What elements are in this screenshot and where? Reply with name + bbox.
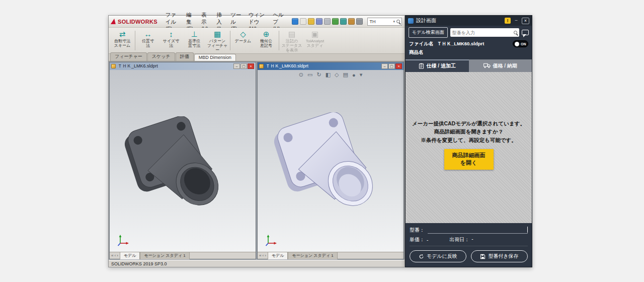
view-orientation-icon[interactable]: ◇ bbox=[335, 72, 339, 78]
product-name-row: 商品名 bbox=[406, 48, 532, 57]
datum-location-dimension-button[interactable]: ⊥ 基準位 置寸法 bbox=[183, 29, 206, 52]
panel-action-buttons: モデルに反映 型番付き保存 bbox=[410, 246, 528, 262]
file-enabled-toggle[interactable]: ON bbox=[513, 40, 528, 47]
appearance-icon[interactable]: ● bbox=[352, 72, 356, 78]
chat-comment-icon[interactable] bbox=[522, 30, 529, 35]
minimize-button[interactable]: – bbox=[381, 63, 388, 69]
solidworks-logo-icon bbox=[111, 19, 117, 24]
file-properties-icon[interactable] bbox=[348, 18, 355, 25]
cad-model-dark bbox=[124, 116, 232, 213]
document-titlebar[interactable]: ＴＨＫ_LMK60.sldprt – ▢ × bbox=[258, 62, 404, 70]
motion-study-tab[interactable]: モーション スタディ 1 bbox=[140, 252, 189, 259]
tab-features[interactable]: フィーチャー bbox=[110, 52, 147, 61]
tab-scroll-controls[interactable]: « ‹ › bbox=[110, 253, 120, 258]
ribbon-separator bbox=[279, 31, 279, 50]
geometric-tolerance-button[interactable]: ⊕ 幾何公 差記号 bbox=[255, 29, 278, 52]
geometric-tolerance-icon: ⊕ bbox=[263, 30, 270, 38]
input-caret bbox=[527, 227, 528, 233]
zoom-area-icon[interactable]: ▭ bbox=[307, 72, 312, 78]
undo-icon[interactable] bbox=[332, 18, 339, 25]
tab-scroll-prev-icon[interactable]: ‹ bbox=[262, 253, 264, 258]
model-search-screen-button[interactable]: モデル検索画面 bbox=[409, 27, 448, 38]
motion-study-tab[interactable]: モーション スタディ 1 bbox=[288, 252, 337, 259]
section-view-icon[interactable]: ◧ bbox=[326, 72, 331, 78]
model-number-row: 型番： bbox=[410, 227, 528, 234]
model-number-label: 型番： bbox=[410, 227, 425, 234]
display-style-icon[interactable]: ▤ bbox=[343, 72, 348, 78]
part-number-search-field[interactable] bbox=[450, 28, 519, 37]
model-number-input[interactable] bbox=[428, 227, 528, 234]
document-titlebar[interactable]: ＴＨＫ_LMK6.sldprt – ▢ × bbox=[110, 62, 256, 70]
tab-evaluate[interactable]: 評価 bbox=[176, 52, 194, 61]
tab-scroll-next-icon[interactable]: › bbox=[117, 253, 118, 258]
new-document-icon[interactable] bbox=[300, 18, 306, 25]
print-icon[interactable] bbox=[324, 18, 331, 25]
document-title: ＴＨＫ_LMK6.sldprt bbox=[118, 63, 158, 69]
part-number-search-input[interactable] bbox=[452, 30, 512, 35]
panel-minimize-button[interactable]: – bbox=[513, 18, 519, 24]
save-floppy-icon bbox=[480, 254, 486, 259]
command-manager-ribbon: ⇄ 自動寸法 スキーム ↔ 位置寸 法 ↕ サイズ寸 法 ⊥ 基準位 置寸法 ▦… bbox=[109, 28, 405, 54]
document-title: ＴＨＫ_LMK60.sldprt bbox=[266, 63, 308, 69]
location-dimension-button[interactable]: ↔ 位置寸 法 bbox=[136, 29, 159, 52]
paper-plane-icon[interactable] bbox=[292, 18, 298, 25]
tab-scroll-first-icon[interactable]: « bbox=[111, 253, 113, 258]
design-panel-window: 設計画面 ! – × モデル検索画面 ファイル名 ＴＨＫ_LMK60.sldpr… bbox=[405, 15, 532, 267]
model-tab[interactable]: モデル bbox=[268, 252, 288, 259]
tab-scroll-controls[interactable]: « ‹ › bbox=[258, 253, 268, 258]
ribbon-separator bbox=[230, 31, 230, 50]
minimize-button[interactable]: – bbox=[233, 63, 240, 69]
maximize-button[interactable]: ▢ bbox=[388, 63, 395, 69]
tab-price-delivery[interactable]: 価格 / 納期 bbox=[469, 59, 532, 72]
model-tab[interactable]: モデル bbox=[120, 252, 140, 259]
pattern-feature-button[interactable]: ▦ パターン フィーチャー bbox=[206, 29, 229, 52]
notification-bell-icon[interactable]: ! bbox=[505, 18, 511, 24]
panel-title: 設計画面 bbox=[416, 17, 436, 24]
tab-scroll-prev-icon[interactable]: ‹ bbox=[114, 253, 116, 258]
orientation-triad bbox=[117, 234, 130, 247]
tab-scroll-next-icon[interactable]: › bbox=[265, 253, 266, 258]
solidworks-titlebar: SOLIDWORKS ファイル(F) 編集(E) 表示(V) 挿入(I) ツール… bbox=[109, 16, 405, 28]
open-folder-icon[interactable] bbox=[308, 18, 314, 25]
panel-close-button[interactable]: × bbox=[522, 18, 529, 24]
open-product-detail-button[interactable]: 商品詳細画面 を開く bbox=[444, 149, 494, 170]
heads-up-view-toolbar: ⊙ ▭ ↻ ◧ ◇ ▤ ● ▾ bbox=[299, 72, 362, 78]
view-settings-icon[interactable]: ▾ bbox=[360, 72, 363, 78]
panel-toolbar: モデル検索画面 bbox=[406, 26, 532, 39]
search-icon[interactable] bbox=[396, 20, 400, 23]
auto-dimension-scheme-button[interactable]: ⇄ 自動寸法 スキーム bbox=[111, 29, 134, 52]
close-button[interactable]: × bbox=[395, 63, 402, 69]
command-search-box[interactable]: ▾ bbox=[367, 18, 402, 26]
viewport-lmk6[interactable] bbox=[110, 70, 256, 252]
viewport-lmk60[interactable]: ⊙ ▭ ↻ ◧ ◇ ▤ ● ▾ bbox=[258, 70, 404, 252]
message-line-2: 商品詳細画面を開きますか？ bbox=[412, 127, 525, 135]
tab-scroll-first-icon[interactable]: « bbox=[259, 253, 261, 258]
tab-mbd-dimension[interactable]: MBD Dimension bbox=[194, 54, 236, 61]
quick-access-toolbar: ▾ bbox=[292, 18, 402, 26]
tab-spec-machining[interactable]: 仕様 / 追加工 bbox=[406, 59, 469, 72]
size-dimension-button[interactable]: ↕ サイズ寸 法 bbox=[159, 29, 183, 52]
zoom-fit-icon[interactable]: ⊙ bbox=[299, 72, 303, 78]
orientation-triad bbox=[265, 234, 278, 247]
datum-button[interactable]: ◇ データム bbox=[231, 29, 255, 52]
window-controls: – ▢ × bbox=[233, 63, 254, 69]
annotation-status-icon: ▤ bbox=[288, 30, 295, 38]
save-icon[interactable] bbox=[316, 18, 323, 25]
rebuild-icon[interactable] bbox=[340, 18, 347, 25]
unit-price-label: 単価： bbox=[410, 236, 425, 243]
close-button[interactable]: × bbox=[248, 63, 254, 69]
chevron-down-icon[interactable]: ▾ bbox=[393, 20, 395, 24]
apply-to-model-button[interactable]: モデルに反映 bbox=[410, 250, 466, 262]
previous-view-icon[interactable]: ↻ bbox=[316, 72, 321, 78]
maximize-button[interactable]: ▢ bbox=[240, 63, 247, 69]
panel-titlebar: 設計画面 ! – × bbox=[406, 16, 532, 26]
tab-sketch[interactable]: スケッチ bbox=[147, 52, 175, 61]
save-with-part-number-button[interactable]: 型番付き保存 bbox=[471, 250, 528, 262]
window-controls: – ▢ × bbox=[381, 63, 402, 69]
panel-bottom: 型番： 単価： - 出荷日： - モデルに反映 bbox=[406, 223, 532, 267]
options-gear-icon[interactable] bbox=[356, 18, 363, 25]
search-icon[interactable] bbox=[514, 31, 517, 34]
command-search-input[interactable] bbox=[369, 19, 391, 24]
ribbon-separator bbox=[135, 31, 135, 50]
panel-app-icon bbox=[408, 18, 414, 24]
